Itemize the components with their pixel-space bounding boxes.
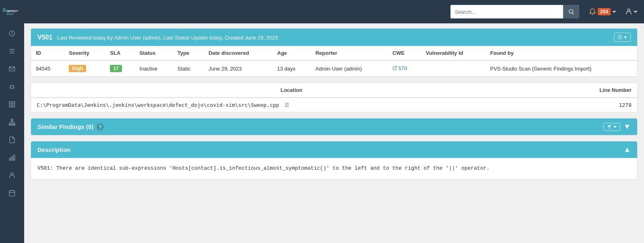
col-vulnerability-id: Vulnerability Id (421, 46, 485, 60)
cell-age: 13 days (272, 60, 311, 77)
similar-findings-panel: Similar Findings (0) ? ▼ (31, 118, 638, 135)
svg-line-37 (394, 66, 397, 69)
finding-id: V501 (37, 34, 52, 41)
svg-text:DOJO: DOJO (6, 12, 14, 15)
notification-count: 204 (598, 8, 611, 15)
col-cwe: CWE (388, 46, 421, 60)
location-table-wrap: Location Line Number C:\ProgramData\Jenk… (31, 83, 637, 112)
svg-rect-14 (11, 119, 13, 120)
finding-table: ID Severity SLA Status Type Date discove… (31, 46, 637, 77)
cell-reporter: Admin User (admin) (311, 60, 388, 77)
location-row: C:\ProgramData\Jenkins\.jenkins\workspac… (31, 98, 637, 112)
notification-bell[interactable]: 204 (589, 8, 616, 15)
svg-rect-25 (14, 155, 15, 160)
svg-marker-35 (634, 11, 638, 13)
sidebar-item-calendar[interactable] (4, 185, 21, 201)
finding-panel-header: V501 Last Reviewed today by Admin User (… (31, 29, 637, 46)
location-path: C:\ProgramData\Jenkins\.jenkins\workspac… (31, 98, 552, 112)
main-area: 204 V501 Last Reviewed today by Admin Us… (24, 0, 644, 243)
description-body: V501: There are identical sub-expression… (31, 158, 637, 179)
cell-status: Inactive (135, 60, 173, 77)
topnav: 204 (24, 0, 644, 23)
sidebar-item-users[interactable] (4, 168, 21, 183)
svg-rect-11 (13, 102, 15, 104)
cwe-link[interactable]: 570 (392, 65, 407, 71)
svg-marker-38 (608, 125, 611, 129)
sla-badge: 17 (110, 65, 122, 72)
similar-findings-collapse[interactable]: ▼ (623, 123, 631, 131)
cell-id: 94545 (31, 60, 64, 77)
similar-findings-title: Similar Findings (0) (37, 123, 93, 130)
col-status: Status (135, 46, 173, 60)
location-panel: Location Line Number C:\ProgramData\Jenk… (31, 83, 638, 112)
description-panel: Description ▲ V501: There are identical … (31, 141, 638, 180)
svg-point-34 (627, 9, 630, 11)
svg-rect-13 (13, 105, 15, 107)
description-collapse[interactable]: ▲ (623, 145, 631, 154)
sidebar: DEFECT DOJO (0, 0, 24, 243)
svg-marker-39 (613, 126, 617, 128)
col-age: Age (272, 46, 311, 60)
col-found-by: Found by (485, 46, 637, 60)
description-text: V501: There are identical sub-expression… (37, 165, 489, 171)
sidebar-item-findings[interactable] (4, 44, 21, 59)
col-type: Type (173, 46, 204, 60)
table-row: 94545 High 17 Inactive Static June 29, 2… (31, 60, 637, 77)
location-table: Location Line Number C:\ProgramData\Jenk… (31, 83, 637, 112)
svg-line-32 (572, 13, 574, 15)
col-date-discovered: Date discovered (204, 46, 272, 60)
sidebar-item-bugs[interactable] (4, 79, 21, 94)
col-reporter: Reporter (311, 46, 388, 60)
sidebar-item-documents[interactable] (4, 132, 21, 147)
svg-rect-12 (9, 105, 11, 107)
search-input[interactable] (450, 5, 563, 19)
col-line-number: Line Number (552, 83, 637, 98)
col-severity: Severity (64, 46, 105, 60)
search-button[interactable] (563, 5, 579, 19)
cwe-value: 570 (398, 65, 407, 71)
col-location: Location (31, 83, 552, 98)
svg-point-9 (10, 85, 14, 89)
sidebar-item-inbox[interactable] (4, 61, 21, 77)
cell-found-by: PVS-Studio Scan (Generic Findings Import… (485, 60, 637, 77)
location-line: 1278 (552, 98, 637, 112)
location-list-icon[interactable]: ☰ (285, 102, 289, 108)
sidebar-item-grid[interactable] (4, 97, 21, 112)
sidebar-item-charts[interactable] (4, 150, 21, 165)
svg-rect-23 (9, 158, 10, 160)
sidebar-item-dashboard[interactable] (4, 26, 21, 41)
svg-rect-1 (4, 10, 5, 10)
finding-panel-title: V501 Last Reviewed today by Admin User (… (37, 34, 278, 41)
finding-panel: V501 Last Reviewed today by Admin User (… (31, 28, 638, 77)
svg-rect-27 (9, 191, 15, 196)
sidebar-item-org[interactable] (4, 114, 21, 130)
cell-date-discovered: June 29, 2023 (204, 60, 272, 77)
finding-table-wrap: ID Severity SLA Status Type Date discove… (31, 46, 637, 77)
app-logo: DEFECT DOJO (2, 4, 22, 20)
content-area: V501 Last Reviewed today by Admin User (… (24, 23, 644, 243)
finding-menu-button[interactable]: ☰ (614, 33, 631, 42)
similar-findings-header[interactable]: Similar Findings (0) ? ▼ (31, 118, 637, 135)
finding-subtitle: Last Reviewed today by Admin User (admin… (57, 35, 278, 41)
svg-marker-33 (612, 11, 616, 13)
svg-rect-10 (9, 102, 11, 104)
cell-severity: High (64, 60, 105, 77)
col-sla: SLA (105, 46, 134, 60)
similar-findings-help[interactable]: ? (97, 123, 104, 131)
cell-vulnerability-id (421, 60, 485, 77)
search-wrap (450, 5, 579, 19)
cell-sla: 17 (105, 60, 134, 77)
svg-marker-36 (624, 36, 627, 38)
similar-findings-filter[interactable] (603, 123, 620, 131)
col-id: ID (31, 46, 64, 60)
svg-rect-24 (12, 157, 13, 160)
description-title: Description (37, 146, 71, 153)
svg-rect-16 (11, 124, 13, 125)
cell-type: Static (173, 60, 204, 77)
user-menu[interactable] (625, 8, 638, 15)
cell-cwe: 570 (388, 60, 421, 77)
description-header[interactable]: Description ▲ (31, 141, 637, 158)
svg-rect-17 (13, 124, 15, 125)
svg-rect-15 (9, 124, 11, 125)
svg-point-31 (569, 10, 573, 13)
